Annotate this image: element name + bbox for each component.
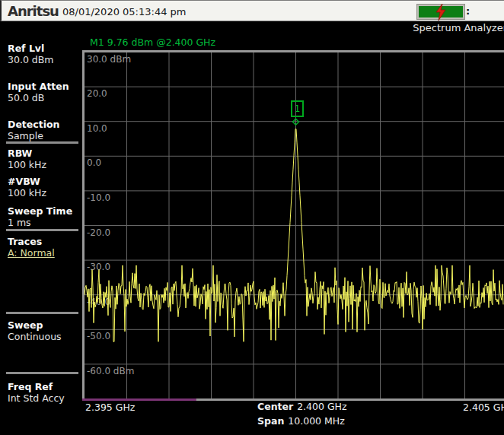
setting-value: 30.0 dBm [8, 54, 54, 65]
marker-1-diamond-icon [293, 119, 299, 125]
y-axis-label: -60.0 dBm [87, 366, 134, 376]
span-readout: Span10.000 MHz [257, 415, 345, 427]
setting-detection: Detection Sample [8, 119, 59, 141]
sidebar-divider [6, 229, 78, 231]
sidebar-divider [6, 312, 78, 314]
charging-bolt-icon [434, 3, 448, 21]
center-value: 2.400 GHz [297, 401, 346, 412]
datetime-text: 08/01/2020 05:13:44 pm [62, 6, 187, 17]
setting-label: #VBW [8, 176, 46, 187]
y-axis-label: -30.0 [87, 262, 110, 272]
y-axis-label: 10.0 [87, 123, 107, 134]
setting-label: RBW [8, 148, 46, 159]
x-axis-stop-label: 2.405 GHz [463, 402, 504, 413]
setting-label: Sweep [8, 319, 62, 331]
y-axis-label: -10.0 [87, 192, 110, 203]
trace-a-link[interactable]: A: Normal [8, 247, 55, 259]
y-axis-label: 30.0 dBm [87, 54, 131, 65]
span-value: 10.000 MHz [288, 415, 344, 427]
setting-value: Int Std Accy [8, 392, 65, 404]
marker-1-flag[interactable]: 1 [291, 100, 304, 117]
setting-label: Freq Ref [8, 381, 65, 392]
y-axis-label: -20.0 [87, 227, 110, 238]
setting-label: Sweep Time [8, 205, 72, 217]
battery-status-text: : [466, 5, 470, 17]
center-frequency-readout: Center2.400 GHz [257, 401, 347, 412]
trace-a-spectrum [0, 0, 504, 435]
battery-icon [417, 5, 464, 19]
top-status-bar: Anritsu 08/01/2020 05:13:44 pm : [0, 0, 504, 21]
setting-input-atten: Input Atten 50.0 dB [8, 81, 69, 103]
marker-readout: M1 9.76 dBm @2.400 GHz [90, 37, 215, 48]
setting-value: 100 kHz [8, 187, 46, 198]
spectrum-analyzer-screen: { "header": { "brand": "Anritsu", "datet… [0, 0, 504, 435]
setting-rbw: RBW 100 kHz [8, 148, 46, 170]
sidebar-divider [6, 372, 78, 374]
setting-value: Continuous [8, 331, 62, 342]
span-label: Span [257, 415, 284, 427]
setting-sweep-time: Sweep Time 1 ms [8, 205, 72, 228]
y-axis-label: 0.0 [87, 157, 101, 168]
setting-label: Traces [8, 236, 55, 247]
center-label: Center [257, 401, 293, 412]
y-axis-label: -40.0 [87, 297, 110, 307]
x-axis-start-label: 2.395 GHz [85, 402, 135, 413]
sidebar-divider [6, 141, 78, 144]
setting-value: 1 ms [8, 217, 72, 228]
y-axis-label: 20.0 [87, 88, 107, 99]
y-axis-label: -50.0 [87, 331, 110, 341]
setting-label: Input Atten [8, 81, 69, 92]
setting-ref-level: Ref Lvl 30.0 dBm [8, 43, 54, 65]
setting-freq-ref: Freq Ref Int Std Accy [8, 381, 65, 404]
setting-sweep-mode: Sweep Continuous [8, 319, 62, 342]
setting-value: Sample [8, 130, 59, 141]
graticule-grid [0, 0, 504, 435]
setting-vbw: #VBW 100 kHz [8, 176, 46, 198]
setting-label: Detection [8, 119, 59, 130]
app-title: Spectrum Analyzer [413, 22, 504, 33]
setting-traces: Traces A: Normal [8, 236, 55, 259]
setting-value: 50.0 dB [8, 92, 69, 103]
trace-a-polyline [85, 129, 503, 342]
setting-label: Ref Lvl [8, 43, 54, 54]
anritsu-logo: Anritsu [8, 3, 59, 19]
setting-value: 100 kHz [8, 159, 46, 170]
